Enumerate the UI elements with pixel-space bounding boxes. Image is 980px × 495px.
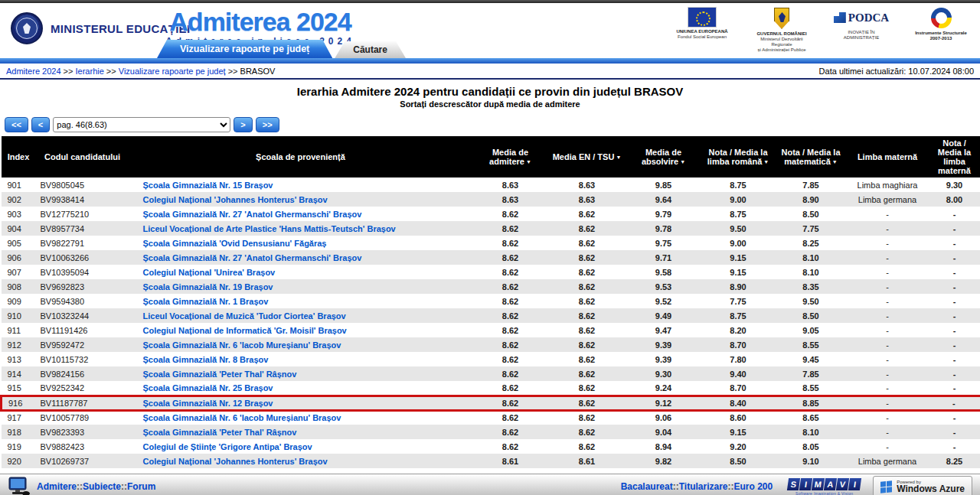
cell-limba_materna: - bbox=[848, 366, 928, 381]
simavi-letter: V bbox=[836, 478, 849, 490]
cell-nota_romana: 8.60 bbox=[702, 410, 775, 425]
school-link[interactable]: Școala Gimnazială Nr. 27 'Anatol Gherman… bbox=[143, 210, 362, 219]
school-link[interactable]: Școala Gimnazială 'Ovid Densusianu' Făgă… bbox=[143, 239, 327, 248]
prev-page-button[interactable]: < bbox=[31, 117, 50, 132]
cell-code: BV10395094 bbox=[36, 265, 129, 279]
column-header[interactable]: Nota / Media la matematică▼ bbox=[775, 136, 848, 177]
school-link[interactable]: Colegiul Național 'Unirea' Brașov bbox=[143, 268, 276, 277]
cell-nota_limba_materna: - bbox=[928, 396, 980, 410]
school-link[interactable]: Școala Gimnazială Nr. 8 Brașov bbox=[143, 355, 269, 364]
simavi-letter: A bbox=[824, 478, 837, 490]
cell-nota_romana: 8.70 bbox=[702, 337, 775, 352]
partner-logos: UNIUNEA EUROPEANĂ Fondul Social European… bbox=[672, 8, 971, 53]
breadcrumb-item[interactable]: Admitere 2024 bbox=[6, 67, 61, 76]
eu-logo: UNIUNEA EUROPEANĂ Fondul Social European bbox=[672, 8, 732, 40]
column-header[interactable]: Media de admitere▼ bbox=[472, 136, 549, 177]
cell-nota_matematica: 8.65 bbox=[775, 410, 848, 425]
cell-nota_matematica: 8.35 bbox=[775, 279, 848, 294]
breadcrumb-item[interactable]: Ierarhie bbox=[76, 67, 104, 76]
cell-code: BV12775210 bbox=[36, 207, 129, 221]
cell-media_admitere: 8.62 bbox=[472, 410, 549, 425]
table-row: 903BV12775210Școala Gimnazială Nr. 27 'A… bbox=[2, 207, 980, 221]
cell-code: BV11187787 bbox=[36, 396, 129, 410]
cell-nota_matematica: 7.85 bbox=[775, 177, 848, 192]
cell-media_en_tsu: 8.62 bbox=[549, 425, 626, 439]
school-link[interactable]: Școala Gimnazială 'Peter Thal' Râșnov bbox=[143, 370, 297, 379]
footer-link[interactable]: Titularizare bbox=[679, 481, 728, 492]
cell-media_admitere: 8.62 bbox=[472, 221, 549, 236]
computer-icon bbox=[8, 477, 31, 495]
tab-vizualizare-rapoarte[interactable]: Vizualizare rapoarte pe județ bbox=[157, 40, 332, 58]
footer-link[interactable]: Euro 200 bbox=[734, 481, 773, 492]
header-blue-bar bbox=[0, 58, 980, 64]
tab-cautare[interactable]: Căutare bbox=[335, 41, 406, 58]
cell-nota_limba_materna: - bbox=[928, 337, 980, 352]
next-page-button[interactable]: > bbox=[234, 117, 252, 132]
page-title: Ierarhia Admitere 2024 pentru candidații… bbox=[0, 85, 980, 98]
gov-caption-line: GUVERNUL ROMÂNIEI bbox=[752, 31, 812, 37]
cell-nota_limba_materna: 8.00 bbox=[928, 192, 980, 207]
pagination: << < pag. 46(8.63) > >> bbox=[5, 117, 980, 132]
cell-media_absolvire: 9.52 bbox=[626, 294, 702, 308]
podca-caption-line: INOVAȚIE ÎN ADMINISTRAȚIE bbox=[831, 30, 891, 41]
cell-media_absolvire: 9.58 bbox=[626, 265, 702, 279]
cell-media_en_tsu: 8.63 bbox=[549, 192, 626, 207]
breadcrumb-item[interactable]: Vizualizare rapoarte pe județ bbox=[119, 67, 226, 76]
school-link[interactable]: Colegiul Național 'Johannes Honterus' Br… bbox=[143, 457, 328, 466]
table-header-row: IndexCodul candidatuluiȘcoala de proveni… bbox=[2, 136, 980, 177]
school-link[interactable]: Școala Gimnazială Nr. 25 Brașov bbox=[143, 383, 273, 392]
structural-funds-logo: Instrumente Structurale 2007-2013 bbox=[911, 8, 971, 41]
school-link[interactable]: Școala Gimnazială Nr. 6 'Iacob Mureșianu… bbox=[143, 413, 341, 422]
cell-code: BV9252342 bbox=[36, 381, 129, 396]
cell-limba_materna: - bbox=[848, 337, 928, 352]
cell-media_en_tsu: 8.62 bbox=[549, 221, 626, 236]
cell-media_en_tsu: 8.62 bbox=[549, 279, 626, 294]
last-page-button[interactable]: >> bbox=[256, 117, 279, 132]
cell-media_en_tsu: 8.62 bbox=[549, 250, 626, 265]
table-row: 915BV9252342Școala Gimnazială Nr. 25 Bra… bbox=[2, 381, 980, 396]
school-link[interactable]: Școala Gimnazială Nr. 15 Brașov bbox=[143, 181, 273, 190]
footer-left: Admitere :: Subiecte :: Forum bbox=[8, 477, 155, 495]
school-link[interactable]: Colegiul Național 'Johannes Honterus' Br… bbox=[143, 195, 328, 204]
footer-right: Bacalaureat :: Titularizare :: Euro 200 … bbox=[621, 476, 972, 495]
first-page-button[interactable]: << bbox=[5, 117, 28, 132]
school-link[interactable]: Școala Gimnazială Nr. 27 'Anatol Gherman… bbox=[143, 253, 362, 262]
simavi-caption: Software Imagination & Vision bbox=[795, 491, 853, 495]
cell-limba_materna: - bbox=[848, 308, 928, 323]
school-link[interactable]: Liceul Vocațional de Arte Plastice 'Hans… bbox=[143, 224, 396, 233]
school-link[interactable]: Liceul Vocațional de Muzică 'Tudor Ciort… bbox=[143, 311, 346, 321]
cell-nota_matematica: 8.50 bbox=[775, 207, 848, 221]
cell-code: BV9822791 bbox=[36, 236, 129, 250]
cell-nota_matematica: 8.10 bbox=[775, 265, 848, 279]
column-header[interactable]: Media de absolvire▼ bbox=[626, 136, 702, 177]
cell-school: Școala Gimnazială Nr. 6 'Iacob Mureșianu… bbox=[129, 410, 472, 425]
school-link[interactable]: Școala Gimnazială Nr. 6 'Iacob Mureșianu… bbox=[143, 340, 341, 350]
cell-school: Școala Gimnazială 'Peter Thal' Râșnov bbox=[129, 366, 472, 381]
school-link[interactable]: Școala Gimnazială Nr. 1 Brașov bbox=[143, 297, 269, 306]
cell-nota_limba_materna: - bbox=[928, 294, 980, 308]
cell-school: Școala Gimnazială Nr. 15 Brașov bbox=[129, 177, 472, 192]
school-link[interactable]: Școala Gimnazială 'Peter Thal' Râșnov bbox=[143, 428, 297, 437]
cell-media_en_tsu: 8.61 bbox=[549, 454, 626, 468]
cell-media_absolvire: 9.75 bbox=[626, 236, 702, 250]
footer-link[interactable]: Bacalaureat bbox=[621, 481, 673, 492]
column-header[interactable]: Nota / Media la limba română▼ bbox=[702, 136, 775, 177]
cell-media_en_tsu: 8.62 bbox=[549, 308, 626, 323]
cell-code: BV11191426 bbox=[36, 323, 129, 337]
windows-azure-badge: Powered by Windows Azure bbox=[873, 476, 972, 495]
cell-nota_limba_materna: 9.30 bbox=[928, 177, 980, 192]
footer-link[interactable]: Forum bbox=[127, 481, 155, 492]
footer-link[interactable]: Admitere bbox=[37, 481, 77, 492]
column-header[interactable]: Media EN / TSU▼ bbox=[549, 136, 626, 177]
page-select[interactable]: pag. 46(8.63) bbox=[53, 117, 230, 132]
school-link[interactable]: Școala Gimnazială Nr. 12 Brașov bbox=[143, 399, 273, 408]
column-header-label: Index bbox=[8, 152, 30, 161]
cell-media_admitere: 8.62 bbox=[472, 439, 549, 454]
cell-code: BV10057789 bbox=[36, 410, 129, 425]
school-link[interactable]: Școala Gimnazială Nr. 19 Brașov bbox=[143, 282, 273, 291]
school-link[interactable]: Colegiul Național de Informatică 'Gr. Mo… bbox=[143, 326, 347, 335]
school-link[interactable]: Colegiul de Științe 'Grigore Antipa' Bra… bbox=[143, 442, 312, 451]
cell-nota_matematica: 9.50 bbox=[775, 294, 848, 308]
footer-link[interactable]: Subiecte bbox=[83, 481, 121, 492]
cell-limba_materna: - bbox=[848, 381, 928, 396]
